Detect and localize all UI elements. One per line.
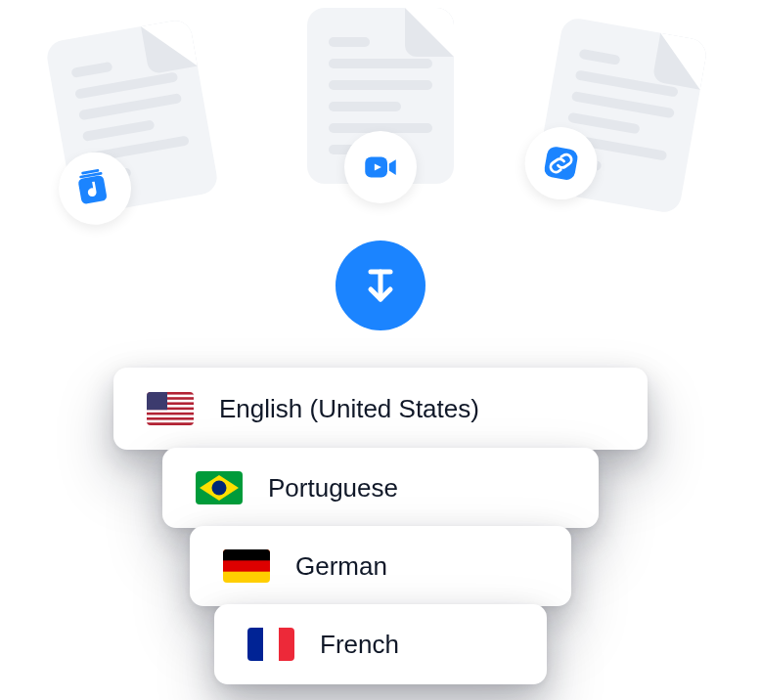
language-option-portuguese[interactable]: Portuguese (162, 448, 599, 528)
video-icon (344, 131, 417, 203)
svg-rect-22 (279, 628, 294, 661)
language-option-english-us[interactable]: English (United States) (113, 368, 648, 450)
svg-rect-10 (147, 410, 194, 413)
language-option-german[interactable]: German (190, 526, 571, 606)
svg-rect-21 (247, 628, 263, 661)
language-label: English (United States) (219, 394, 479, 424)
language-option-french[interactable]: French (214, 604, 547, 684)
download-icon (336, 241, 425, 330)
svg-rect-11 (147, 415, 194, 417)
svg-rect-3 (543, 146, 578, 181)
language-label: French (320, 630, 399, 660)
svg-point-16 (212, 481, 227, 496)
document-video (307, 8, 454, 184)
flag-us-icon (147, 392, 194, 425)
svg-rect-13 (147, 392, 167, 410)
document-audio (45, 18, 220, 216)
flag-de-icon (223, 549, 270, 583)
documents-illustration (0, 0, 761, 254)
flag-br-icon (196, 471, 243, 504)
svg-rect-19 (223, 549, 270, 560)
language-label: Portuguese (268, 473, 398, 503)
flag-fr-icon (247, 628, 294, 661)
svg-rect-12 (147, 420, 194, 423)
language-label: German (295, 551, 387, 582)
document-link (534, 16, 709, 214)
language-list: English (United States) Portuguese Germa… (0, 368, 761, 684)
